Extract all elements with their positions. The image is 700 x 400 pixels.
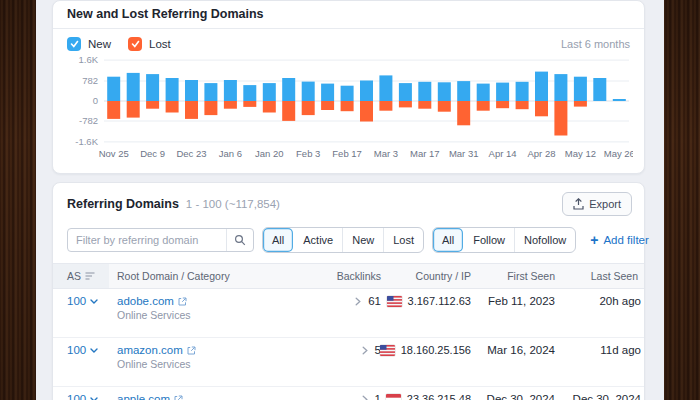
x-axis-tick: Dec 9 <box>140 148 165 159</box>
chevron-down-icon <box>90 348 98 353</box>
as-dropdown[interactable]: 100 <box>53 393 109 400</box>
last-seen-cell: Dec 30, 2024 <box>558 393 644 400</box>
x-axis-tick: May 12 <box>565 148 596 159</box>
bar-new[interactable] <box>321 84 334 101</box>
bar-lost[interactable] <box>243 101 256 107</box>
bar-lost[interactable] <box>516 101 529 109</box>
bar-lost[interactable] <box>321 101 334 110</box>
bar-new[interactable] <box>204 83 217 101</box>
column-header-as[interactable]: AS <box>53 264 109 288</box>
bar-lost[interactable] <box>341 101 354 111</box>
bar-lost[interactable] <box>224 101 237 109</box>
column-header-backlinks[interactable]: Backlinks <box>293 270 384 282</box>
bar-new[interactable] <box>146 74 159 101</box>
bar-new[interactable] <box>554 74 567 101</box>
bar-lost[interactable] <box>457 101 470 125</box>
bar-new[interactable] <box>574 77 587 101</box>
export-button[interactable]: Export <box>562 192 632 216</box>
bar-new[interactable] <box>360 81 373 102</box>
bar-lost[interactable] <box>107 101 120 119</box>
segment-status-active[interactable]: Active <box>293 228 342 252</box>
bar-new[interactable] <box>438 82 451 101</box>
backlinks-value: 1 <box>375 393 381 400</box>
domain-filter-input[interactable] <box>68 234 226 246</box>
as-value: 100 <box>67 295 86 307</box>
domain-link[interactable]: amazon.com <box>117 344 196 356</box>
bar-lost[interactable] <box>263 101 276 113</box>
bar-new[interactable] <box>282 78 295 101</box>
external-link-icon <box>187 346 196 355</box>
bar-new[interactable] <box>185 80 198 101</box>
segment-status-all[interactable]: All <box>263 228 293 252</box>
bar-new[interactable] <box>418 82 431 101</box>
ip-value: 23.36.215.48 <box>407 393 471 400</box>
chevron-right-icon[interactable] <box>355 297 361 306</box>
bar-new[interactable] <box>127 73 140 101</box>
segment-follow-follow[interactable]: Follow <box>463 228 514 252</box>
bar-lost[interactable] <box>399 101 412 107</box>
domain-link[interactable]: apple.com <box>117 393 183 400</box>
column-header-first-seen[interactable]: First Seen <box>474 270 558 282</box>
add-filter-button[interactable]: + Add filter <box>590 233 649 247</box>
bar-lost[interactable] <box>302 101 315 115</box>
bar-new[interactable] <box>535 72 548 101</box>
bar-lost[interactable] <box>496 101 509 108</box>
chart-card: New and Lost Referring Domains New Lost … <box>52 0 645 174</box>
bar-lost[interactable] <box>574 101 587 107</box>
bar-new[interactable] <box>399 83 412 101</box>
column-header-domain[interactable]: Root Domain / Category <box>109 270 293 282</box>
as-dropdown[interactable]: 100 <box>53 295 109 307</box>
bar-new[interactable] <box>457 81 470 101</box>
bar-lost[interactable] <box>282 101 295 121</box>
bar-lost[interactable] <box>204 101 217 115</box>
segment-follow-nofollow[interactable]: Nofollow <box>514 228 575 252</box>
backlinks-cell[interactable]: 5 <box>293 344 384 356</box>
y-axis-tick: -1.6K <box>75 136 98 147</box>
check-icon <box>131 40 140 48</box>
bar-new[interactable] <box>243 85 256 101</box>
segment-status-new[interactable]: New <box>342 228 383 252</box>
bar-lost[interactable] <box>146 101 159 109</box>
column-header-last-seen[interactable]: Last Seen <box>558 270 644 282</box>
x-axis-tick: Jan 20 <box>255 148 284 159</box>
bar-lost[interactable] <box>535 101 548 116</box>
chevron-right-icon[interactable] <box>362 395 368 400</box>
bar-lost[interactable] <box>166 101 179 113</box>
backlinks-cell[interactable]: 61 <box>293 295 384 307</box>
search-icon[interactable] <box>226 229 253 251</box>
bar-new[interactable] <box>166 78 179 101</box>
backlinks-cell[interactable]: 1 <box>293 393 384 400</box>
chevron-right-icon[interactable] <box>362 346 368 355</box>
bar-new[interactable] <box>593 78 606 101</box>
bar-new[interactable] <box>379 75 392 101</box>
x-axis-tick: Dec 23 <box>176 148 206 159</box>
x-axis-tick: Mar 31 <box>449 148 479 159</box>
bar-new[interactable] <box>477 84 490 101</box>
bar-new[interactable] <box>341 86 354 101</box>
bar-new[interactable] <box>224 80 237 101</box>
bar-lost[interactable] <box>127 101 140 118</box>
bar-new[interactable] <box>263 83 276 101</box>
bar-lost[interactable] <box>379 101 392 111</box>
domain-link[interactable]: adobe.com <box>117 295 187 307</box>
legend-lost-checkbox[interactable] <box>128 37 142 51</box>
bar-lost[interactable] <box>418 101 431 109</box>
segment-status-lost[interactable]: Lost <box>383 228 423 252</box>
segment-follow-all[interactable]: All <box>433 228 463 252</box>
bar-lost[interactable] <box>360 101 373 122</box>
x-axis-tick: Apr 28 <box>528 148 556 159</box>
bar-lost[interactable] <box>554 101 567 136</box>
bar-new[interactable] <box>496 83 509 101</box>
bar-new[interactable] <box>613 99 626 101</box>
bar-new[interactable] <box>516 82 529 101</box>
as-dropdown[interactable]: 100 <box>53 344 109 356</box>
bar-lost[interactable] <box>185 101 198 119</box>
legend-new-checkbox[interactable] <box>67 37 81 51</box>
bar-lost[interactable] <box>477 101 490 111</box>
bar-new[interactable] <box>302 82 315 101</box>
external-link-icon <box>178 297 187 306</box>
column-header-country[interactable]: Country / IP <box>384 270 474 282</box>
bar-lost[interactable] <box>438 101 451 112</box>
x-axis-tick: Mar 3 <box>374 148 398 159</box>
bar-new[interactable] <box>107 77 120 101</box>
